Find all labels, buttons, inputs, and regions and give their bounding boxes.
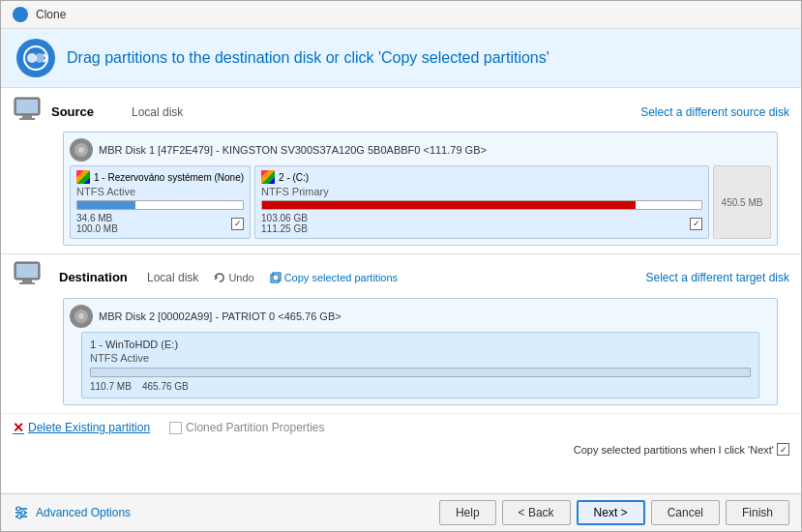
header-banner: Drag partitions to the destination disk … [1,29,801,88]
svg-rect-5 [22,115,32,118]
svg-point-18 [78,313,84,319]
source-label: Source [51,104,124,119]
copy-next-label: Copy selected partitions when I click 'N… [574,444,774,456]
source-disk-icon [70,138,93,162]
title-bar: Clone [1,1,801,29]
dest-size2: 465.76 GB [142,381,189,392]
svg-rect-13 [19,282,35,284]
copy-icon [270,272,282,283]
partition-1-name: 1 - Rezervováno systémem (None) [94,172,244,183]
cloned-prop-label: Cloned Partition Properties [186,421,324,434]
partition-2-size2: 111.25 GB [261,223,308,234]
footer: Advanced Options Help < Back Next > Canc… [1,493,801,531]
svg-rect-15 [273,273,281,281]
source-partitions: 1 - Rezervováno systémem (None) NTFS Act… [70,165,771,239]
main-window: Clone Drag partitions to the destination… [0,0,802,532]
svg-point-23 [21,511,25,515]
partition-2-name: 2 - (C:) [279,172,309,183]
copy-partitions-button[interactable]: Copy selected partitions [270,272,398,283]
partition-2-size1: 103.06 GB [261,213,308,223]
source-disk-type: Local disk [132,105,183,119]
content-area: Source Local disk Select a different sou… [1,88,801,493]
dest-header: Destination Local disk Undo Copy selecte… [1,254,801,298]
source-disk-name: MBR Disk 1 [47F2E479] - KINGSTON SV300S3… [99,144,487,156]
clone-icon [16,39,55,77]
dest-label: Destination [59,270,132,284]
finish-button[interactable]: Finish [726,500,789,525]
delete-partition-button[interactable]: ✕ Delete Existing partition [13,420,150,435]
delete-label: Delete Existing partition [28,421,150,434]
windows-icon-1 [76,170,90,184]
source-icon-area [13,94,51,130]
bottom-options: ✕ Delete Existing partition Cloned Parti… [1,413,801,441]
dest-disk-row: MBR Disk 2 [00002A99] - PATRIOT 0 <465.7… [70,305,771,328]
partition-2-bar [261,200,702,210]
source-unallocated: 450.5 MB [713,165,771,239]
dest-part-bar [90,368,751,377]
partition-2-sizes: 103.06 GB 111.25 GB [261,213,702,234]
dest-partition[interactable]: 1 - WinToHDD (E:) NTFS Active 110.7 MB 4… [81,332,759,399]
undo-icon [214,272,225,283]
partition-1-fill [77,201,135,209]
header-text: Drag partitions to the destination disk … [67,49,550,67]
source-partition-2[interactable]: 2 - (C:) NTFS Primary 103.06 GB 111.25 G… [254,165,709,239]
svg-point-22 [16,507,20,511]
source-monitor-icon [13,96,44,127]
help-button[interactable]: Help [439,500,496,525]
dest-part-type: NTFS Active [90,352,751,364]
destination-section: Destination Local disk Undo Copy selecte… [1,253,801,409]
copy-next-row: Copy selected partitions when I click 'N… [1,441,801,458]
svg-point-24 [17,515,21,518]
dest-controls: Undo Copy selected partitions [214,272,398,283]
partition-2-checkbox[interactable] [690,218,702,230]
partition-1-checkbox[interactable] [231,218,244,230]
partition-1-bar [76,200,244,210]
dest-disk-name: MBR Disk 2 [00002A99] - PATRIOT 0 <465.7… [99,310,342,322]
dest-monitor-icon [13,260,44,291]
svg-rect-4 [16,100,38,113]
select-target-link[interactable]: Select a different target disk [645,271,789,284]
partition-2-type: NTFS Primary [261,186,702,197]
partition-1-size2: 100.0 MB [76,223,118,234]
back-button[interactable]: < Back [502,500,571,525]
dest-size1: 110.7 MB [90,381,132,392]
cancel-button[interactable]: Cancel [651,500,720,525]
svg-rect-12 [22,280,32,282]
dest-disk-type: Local disk [147,271,198,284]
cloned-prop-checkbox[interactable] [169,422,182,434]
source-partition-1[interactable]: 1 - Rezervováno systémem (None) NTFS Act… [70,165,251,239]
copy-next-checkbox[interactable] [777,443,789,456]
advanced-options-label: Advanced Options [36,506,131,519]
footer-buttons: Help < Back Next > Cancel Finish [439,500,789,525]
partition-1-type: NTFS Active [76,186,244,197]
select-source-link[interactable]: Select a different source disk [640,105,789,119]
partition-1-size1: 34.6 MB [76,213,118,223]
partition-1-sizes: 34.6 MB 100.0 MB [76,213,244,234]
svg-rect-14 [271,275,279,282]
app-icon [13,7,28,22]
undo-button[interactable]: Undo [214,272,253,283]
windows-icon-2 [261,170,275,184]
dest-part-name: 1 - WinToHDD (E:) [90,339,751,350]
svg-rect-11 [16,264,38,278]
x-icon: ✕ [13,420,24,435]
svg-rect-6 [19,118,35,120]
advanced-options-button[interactable]: Advanced Options [13,504,131,521]
source-disk-row: MBR Disk 1 [47F2E479] - KINGSTON SV300S3… [70,138,771,162]
cloned-prop: Cloned Partition Properties [169,421,324,434]
partition-2-fill [262,201,636,209]
svg-point-9 [78,147,84,153]
dest-disk-icon [70,305,93,328]
sliders-icon [13,504,30,521]
window-title: Clone [36,8,66,21]
dest-part-sizes: 110.7 MB 465.76 GB [90,381,751,392]
next-button[interactable]: Next > [577,500,645,525]
